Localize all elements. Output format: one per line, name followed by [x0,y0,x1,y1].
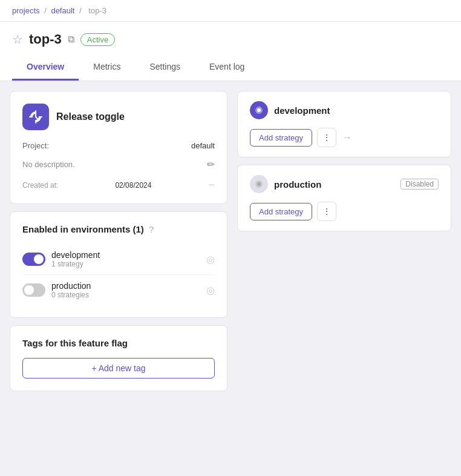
flag-info-card: Release toggle Project: default No descr… [10,91,227,204]
eye-icon-development[interactable]: ◎ [206,254,215,265]
env-card-actions-development: Add strategy ⋮ → [250,128,439,147]
arrow-icon-development: → [341,131,352,144]
created-value: 02/08/2024 [115,181,151,190]
tab-overview[interactable]: Overview [12,55,79,81]
env-card-development: development Add strategy ⋮ → [237,91,451,157]
star-icon[interactable]: ☆ [12,32,23,47]
tags-title: Tags for this feature flag [22,338,215,348]
breadcrumb-projects-link[interactable]: projects [12,6,40,15]
right-panel: development Add strategy ⋮ → production … [237,91,451,391]
created-label: Created at: [22,181,58,190]
project-label: Project: [22,141,49,150]
header: ☆ top-3 ⧉ Active Overview Metrics Settin… [0,22,461,81]
breadcrumb: projects / default / top-3 [0,0,461,22]
add-strategy-button-development[interactable]: Add strategy [250,129,312,147]
env-card-name-production: production [274,179,394,190]
env-card-name-development: development [274,105,439,116]
env-card-production: production Disabled Add strategy ⋮ [237,165,451,231]
breadcrumb-default-link[interactable]: default [51,6,74,15]
add-tag-button[interactable]: + Add new tag [22,358,215,378]
toggle-development[interactable] [22,253,45,266]
env-strategies-development: 1 strategy [51,260,200,268]
disabled-badge-production: Disabled [401,179,439,190]
environments-card: Enabled in environments (1) ? developmen… [10,211,227,318]
help-icon[interactable]: ? [149,224,154,234]
svg-point-1 [257,182,261,186]
flag-title: top-3 [29,31,62,47]
env-item-production: production 0 strategies ◎ [22,275,215,305]
env-name-development: development [51,250,200,260]
collapse-icon[interactable]: − [208,179,215,191]
description-text: No description. [22,160,75,169]
status-badge: Active [80,33,115,46]
project-value: default [191,141,215,150]
project-row: Project: default [22,141,215,150]
edit-description-icon[interactable]: ✏ [207,159,215,170]
tab-settings[interactable]: Settings [135,55,195,81]
env-circle-production [250,175,268,193]
tags-card: Tags for this feature flag + Add new tag [10,325,227,391]
eye-icon-production[interactable]: ◎ [206,285,215,296]
tabs: Overview Metrics Settings Event log [12,55,449,81]
flag-type-icon [22,104,49,130]
env-card-actions-production: Add strategy ⋮ [250,202,439,221]
env-strategies-production: 0 strategies [51,291,200,299]
svg-point-0 [257,108,261,112]
env-info-development: development 1 strategy [51,250,200,268]
main-content: Release toggle Project: default No descr… [0,81,461,401]
toggle-production[interactable] [22,283,45,297]
breadcrumb-current: top-3 [88,6,106,15]
created-row: Created at: 02/08/2024 − [22,179,215,191]
tab-metrics[interactable]: Metrics [79,55,135,81]
environments-title: Enabled in environments (1) [22,224,144,234]
env-circle-development [250,101,268,119]
more-button-production[interactable]: ⋮ [317,202,336,221]
env-info-production: production 0 strategies [51,281,200,299]
left-panel: Release toggle Project: default No descr… [10,91,227,391]
copy-icon[interactable]: ⧉ [68,34,74,45]
add-strategy-button-production[interactable]: Add strategy [250,203,312,220]
tab-event-log[interactable]: Event log [195,55,259,81]
env-name-production: production [51,281,200,291]
env-item-development: development 1 strategy ◎ [22,244,215,275]
more-button-development[interactable]: ⋮ [317,128,336,147]
description-row: No description. ✏ [22,159,215,170]
flag-type-label: Release toggle [56,111,125,122]
